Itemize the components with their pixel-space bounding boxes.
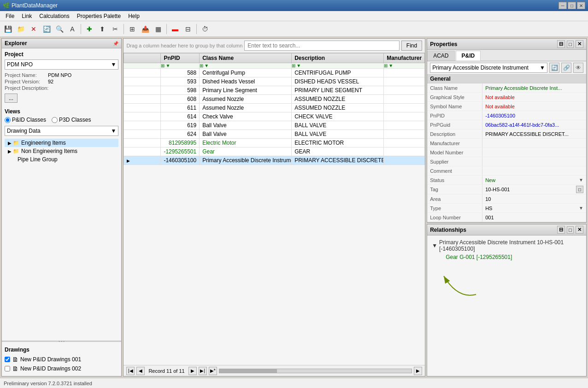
table-row[interactable]: 608Assumed NozzleASSUMED NOZZLE [124,95,425,104]
prop-eye-btn[interactable]: 👁 [573,63,583,73]
table-row[interactable]: 588Centrifugal PumpCENTRIFUGAL PUMP [124,69,425,77]
table-row[interactable]: 619Ball ValveBALL VALVE [124,121,425,130]
radio-pid-classes[interactable]: P&ID Classes [5,117,46,123]
prop-value[interactable]: HS▼ [482,204,586,212]
rel-primary-item[interactable]: ▼ Primary Accessible Discrete Instrument… [430,238,583,253]
table-row[interactable]: 598Primary Line SegmentPRIMARY LINE SEGM… [124,86,425,95]
prop-header-close[interactable]: ✕ [576,40,583,48]
dropdown-arrow-icon[interactable]: ▼ [579,177,583,182]
prop-value[interactable]: 10-HS-001□ [482,185,586,194]
row-expand-cell [124,77,161,86]
tab-pid[interactable]: P&ID [456,51,481,61]
menu-properties-palette[interactable]: Properties Palette [73,12,124,20]
toolbar-close[interactable]: ✕ [28,23,40,35]
toolbar-search[interactable]: 🔍 [53,23,65,35]
table-row[interactable]: 624Ball ValveBALL VALVE [124,130,425,139]
tab-acad[interactable]: ACAD [427,51,454,61]
cell-description: ASSUMED NOZZLE [292,95,384,104]
filter-classname[interactable]: ⊞ ▼ [200,63,291,68]
prop-label: Type [427,204,482,212]
maximize-button[interactable]: □ [568,2,576,9]
prop-refresh-btn[interactable]: 🔄 [549,63,559,73]
toolbar-refresh[interactable]: 🔄 [41,23,53,35]
rel-expand-icon[interactable]: ▼ [432,242,437,249]
ellipsis-button[interactable]: ... [5,94,18,103]
tree-item-non-engineering[interactable]: ▶ 📁 Non Engineering Items [5,147,118,155]
table-row[interactable]: -1295265501GearGEAR [124,147,425,156]
toolbar-red-chart[interactable]: ▬ [169,23,181,35]
panel-pin-icon[interactable]: 📌 [113,41,118,46]
tag-edit-button[interactable]: □ [576,186,583,193]
table-row[interactable]: ▶-1460305100Primary Accessible Discrete … [124,156,425,165]
explorer-divider[interactable]: • • • [2,341,121,342]
prop-label: Class Name [427,83,482,92]
nav-prev-button[interactable]: ◀ [136,367,145,375]
nav-add-button[interactable]: ▶* [209,367,217,375]
prop-value [482,148,586,157]
toolbar-open[interactable]: 📁 [15,23,27,35]
menu-bar: File Link Calculations Properties Palett… [0,11,588,21]
menu-help[interactable]: Help [124,12,143,20]
drawing-checkbox-002[interactable] [5,366,10,371]
search-input[interactable] [244,41,399,51]
col-desc-header[interactable]: Description [292,53,384,63]
toolbar-add[interactable]: ✚ [83,23,95,35]
rel-header-close[interactable]: ✕ [576,226,583,234]
col-pnpid-header[interactable]: PnPID [161,53,200,63]
nav-scroll-right[interactable]: ▶ [414,367,422,375]
data-grid[interactable]: PnPID Class Name Description Manufacture… [123,53,425,365]
prop-value[interactable]: New▼ [482,176,586,184]
project-dropdown[interactable]: PDM NPO ▼ [5,59,118,70]
separator-3 [166,24,167,34]
toolbar-cut[interactable]: ✂ [109,23,121,35]
toolbar-layout[interactable]: ▦ [152,23,164,35]
horizontal-scrollbar[interactable] [219,369,412,373]
prop-class-dropdown[interactable]: Primary Accessible Discrete Instrument ▼ [430,63,547,73]
prop-header-btn-2[interactable]: □ [567,41,574,48]
menu-file[interactable]: File [2,12,18,20]
table-row[interactable]: 812958995Electric MotorELECTRIC MOTOR [124,139,425,147]
prop-header-btn-1[interactable]: ⊟ [557,40,565,48]
expand-icon[interactable]: ▶ [127,159,130,163]
find-button[interactable]: Find [401,41,422,51]
filter-desc[interactable]: ⊞ ▼ [292,63,383,68]
rel-header-btn-2[interactable]: □ [567,226,574,234]
toolbar-new[interactable]: 💾 [2,23,14,35]
prop-link-btn[interactable]: 🔗 [561,63,571,73]
toolbar-grid[interactable]: ⊞ [126,23,138,35]
rel-header-btn-1[interactable]: ⊟ [557,226,565,234]
tree-item-pipeline[interactable]: Pipe Line Group [5,155,118,164]
filter-mfr[interactable]: ⊞ ▼ [384,63,424,68]
filter-pnpid[interactable]: ⊞ ▼ [161,63,199,68]
prop-tabs: ACAD P&ID [427,50,586,61]
toolbar-chart2[interactable]: ⊟ [182,23,194,35]
dropdown-arrow-icon[interactable]: ▼ [579,206,583,211]
nav-first-button[interactable]: |◀ [126,367,135,375]
nav-last-button[interactable]: ▶| [199,367,207,375]
nav-next-button[interactable]: ▶ [188,367,197,375]
cell-classname: Gear [200,147,292,156]
table-row[interactable]: 611Assumed NozzleASSUMED NOZZLE [124,104,425,112]
close-button[interactable]: ✕ [577,2,585,9]
table-row[interactable]: 593Dished Heads VesselDISHED HEADS VESSE… [124,77,425,86]
minimize-button[interactable]: ─ [559,2,567,9]
cell-classname: Dished Heads Vessel [200,77,292,86]
menu-calculations[interactable]: Calculations [35,12,73,20]
drawing-data-dropdown[interactable]: Drawing Data ▼ [5,126,118,136]
table-row[interactable]: 614Check ValveCHECK VALVE [124,112,425,121]
col-mfr-header[interactable]: Manufacturer [384,53,425,63]
drawing-checkbox-001[interactable] [5,357,10,362]
cell-pnpid: 619 [161,121,200,130]
toolbar-clock[interactable]: ⏱ [199,23,211,35]
row-expand-cell: ▶ [124,156,161,165]
rel-child-item-gear[interactable]: Gear G-001 [-1295265501] [435,253,583,261]
prop-label: Status [427,176,482,184]
toolbar-font[interactable]: A [66,23,78,35]
tree-item-engineering[interactable]: ▶ 📁 Engineering Items [5,139,118,147]
toolbar-link[interactable]: ⬆ [96,23,108,35]
cell-manufacturer [384,147,425,156]
radio-p3d-classes[interactable]: P3D Classes [52,117,91,123]
col-classname-header[interactable]: Class Name [200,53,292,63]
menu-link[interactable]: Link [18,12,35,20]
toolbar-export[interactable]: 📤 [139,23,151,35]
